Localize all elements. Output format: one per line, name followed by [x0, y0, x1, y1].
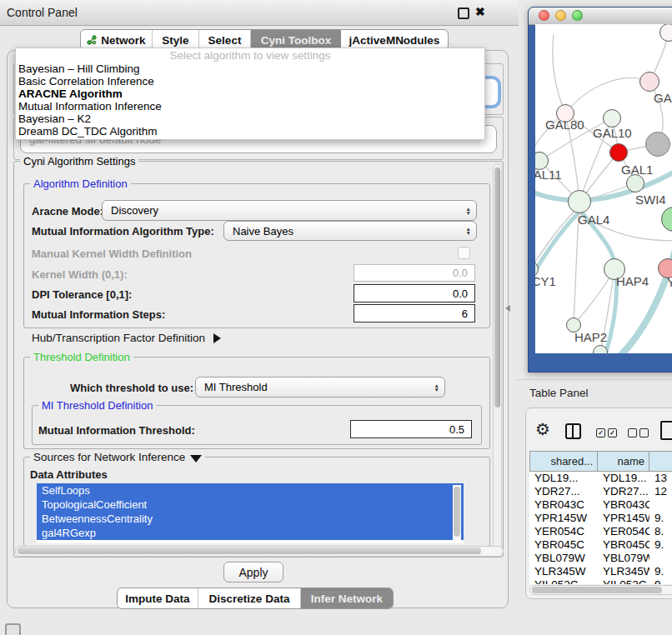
- tab-label: Infer Network: [311, 592, 383, 605]
- network-window-titlebar[interactable]: [529, 8, 672, 25]
- algorithm-option[interactable]: Bayesian – Hill Climbing: [16, 62, 484, 75]
- zoom-traffic-light-icon[interactable]: [572, 10, 583, 21]
- unchecked-columns-icon[interactable]: [628, 428, 649, 438]
- minimize-traffic-light-icon[interactable]: [555, 10, 566, 21]
- network-node[interactable]: [626, 174, 644, 192]
- algorithm-option[interactable]: Bayesian – K2: [16, 112, 484, 125]
- expander-arrow-right-icon: [213, 333, 221, 343]
- gear-icon[interactable]: ⚙: [535, 421, 550, 438]
- manual-kernel-label: Manual Kernel Width Definition: [32, 248, 192, 260]
- column-header[interactable]: [649, 451, 672, 472]
- settings-vertical-scrollbar[interactable]: [493, 163, 502, 553]
- table-cell: YDL19...: [529, 472, 598, 485]
- table-panel-divider: [517, 379, 672, 380]
- tab-impute-data[interactable]: Impute Data: [118, 588, 198, 608]
- network-node[interactable]: [603, 109, 621, 128]
- node-table-header: shared... name: [529, 451, 672, 472]
- settings-horizontal-scrollbar[interactable]: [15, 546, 504, 557]
- data-attributes-list: SelfLoopsTopologicalCoefficientBetweenne…: [37, 483, 464, 543]
- table-cell: 9.: [649, 538, 672, 552]
- combo-stepper-icon: ▲▼: [434, 383, 439, 392]
- network-node[interactable]: [568, 190, 591, 213]
- table-cell: YER054C: [529, 525, 598, 538]
- scrollbar-thumb[interactable]: [18, 548, 481, 554]
- scrollbar-thumb[interactable]: [532, 587, 662, 593]
- checked-columns-icon[interactable]: ✓✓: [596, 428, 617, 438]
- table-cell: YBR045C: [529, 538, 598, 552]
- tab-label: Cyni Toolbox: [261, 34, 332, 47]
- which-threshold-combobox[interactable]: MI Threshold ▲▼: [195, 377, 445, 398]
- which-threshold-label: Which threshold to use:: [70, 382, 193, 394]
- data-attribute-item[interactable]: TopologicalCoefficient: [37, 498, 464, 512]
- mi-threshold-input[interactable]: 0.5: [350, 420, 472, 438]
- table-cell: YBR043C: [598, 498, 649, 512]
- dpi-tolerance-input[interactable]: 0.0: [354, 284, 475, 302]
- mi-steps-input[interactable]: 6: [354, 304, 475, 322]
- node-label: SWI4: [635, 192, 666, 207]
- algorithm-dropdown: Select algorithm to view settings Bayesi…: [15, 48, 485, 140]
- table-row[interactable]: YBL079WYBL079W: [529, 552, 672, 565]
- table-row[interactable]: YLR345WYLR345W9.: [529, 565, 672, 578]
- table-cell: YBL079W: [529, 552, 598, 565]
- column-header[interactable]: shared...: [529, 451, 598, 472]
- tab-label: Select: [208, 34, 242, 47]
- network-node[interactable]: [609, 143, 628, 162]
- node-label: GCY1: [535, 274, 556, 288]
- list-scrollbar[interactable]: [453, 485, 461, 542]
- table-cell: YPR145W: [598, 512, 649, 525]
- table-row[interactable]: YIL052CYIL052C9: [529, 578, 672, 584]
- algorithm-option[interactable]: Dream8 DC_TDC Algorithm: [16, 125, 484, 138]
- cyni-settings-title: Cyni Algorithm Settings: [20, 155, 138, 168]
- network-canvas[interactable]: GALGAL80GAL10GAL1GAL11GAL4SWI4GCY1HAP4YH…: [535, 24, 672, 353]
- table-horizontal-scrollbar[interactable]: [529, 585, 672, 595]
- sources-expander[interactable]: Sources for Network Inference: [30, 451, 205, 463]
- manual-kernel-checkbox: [458, 247, 470, 259]
- split-columns-icon[interactable]: [565, 423, 581, 439]
- float-window-icon[interactable]: [458, 8, 469, 19]
- panel-splitter-handle[interactable]: [505, 305, 510, 312]
- network-icon: [87, 35, 97, 45]
- mi-steps-label: Mutual Information Steps:: [32, 308, 165, 321]
- table-row[interactable]: YDL19...YDL19...13: [529, 472, 672, 485]
- algorithm-option[interactable]: Mutual Information Inference: [16, 100, 484, 112]
- table-row[interactable]: YDR27...YDR27...12: [529, 485, 672, 498]
- mi-type-combobox[interactable]: Naive Bayes ▲▼: [223, 221, 477, 241]
- tab-discretize-data[interactable]: Discretize Data: [198, 588, 301, 608]
- data-attribute-item[interactable]: SelfLoops: [37, 483, 464, 498]
- table-row[interactable]: YBR045CYBR045C9.: [529, 538, 672, 552]
- panel-title: Control Panel: [7, 6, 78, 19]
- table-row[interactable]: YBR043CYBR043C: [529, 498, 672, 512]
- aracne-mode-combobox[interactable]: Discovery ▲▼: [102, 200, 477, 221]
- combo-stepper-icon: ▲▼: [466, 207, 471, 215]
- apply-button[interactable]: Apply: [223, 562, 283, 582]
- combo-value: MI Threshold: [204, 381, 268, 393]
- column-header[interactable]: name: [598, 451, 649, 472]
- data-attribute-item[interactable]: gal4RGexp: [37, 526, 464, 540]
- algorithm-option[interactable]: Basic Correlation Inference: [16, 75, 484, 88]
- page-icon[interactable]: [660, 421, 672, 440]
- tab-infer-network[interactable]: Infer Network: [301, 588, 393, 608]
- control-panel-titlebar: Control Panel ✖: [0, 0, 519, 26]
- data-attribute-item[interactable]: BetweennessCentrality: [37, 512, 464, 526]
- table-cell: YLR345W: [598, 565, 649, 578]
- scrollbar-thumb[interactable]: [494, 168, 500, 408]
- collapsed-panel-icon[interactable]: [5, 623, 21, 635]
- network-node[interactable]: [645, 132, 670, 157]
- node-label: GAL: [654, 91, 672, 105]
- hub-definition-expander[interactable]: Hub/Transcription Factor Definition: [32, 332, 221, 344]
- algorithm-option[interactable]: ARACNE Algorithm: [16, 88, 484, 100]
- table-cell: 9.: [649, 565, 672, 578]
- dropdown-prompt: Select algorithm to view settings: [16, 48, 484, 62]
- mi-type-label: Mutual Information Algorithm Type:: [32, 225, 214, 238]
- table-cell: YDR27...: [598, 485, 649, 498]
- table-row[interactable]: YPR145WYPR145W9.: [529, 512, 672, 525]
- network-node[interactable]: [639, 72, 659, 92]
- algorithm-definition-title: Algorithm Definition: [30, 178, 131, 190]
- aracne-mode-label: Aracne Mode:: [32, 205, 103, 218]
- close-traffic-light-icon[interactable]: [539, 10, 549, 21]
- table-panel: ⚙ ✓✓ shared... name YDL19...YDL19...13YD…: [525, 408, 672, 599]
- close-icon[interactable]: ✖: [475, 5, 485, 18]
- scrollbar-thumb[interactable]: [454, 487, 460, 537]
- table-row[interactable]: YER054CYER054C8.: [529, 525, 672, 538]
- combo-stepper-icon: ▲▼: [466, 227, 471, 235]
